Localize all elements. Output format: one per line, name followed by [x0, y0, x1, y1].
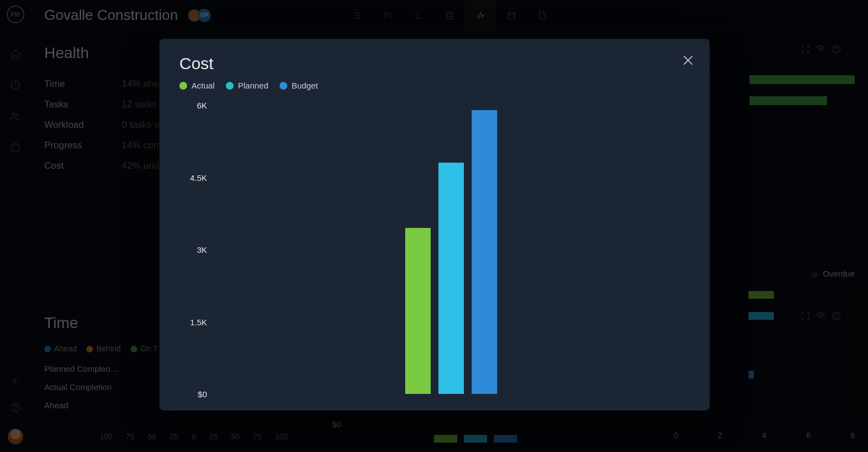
cost-chart: 6K 4.5K 3K 1.5K $0 — [179, 105, 690, 394]
legend-item: Budget — [280, 81, 318, 90]
modal-title: Cost — [179, 54, 690, 73]
legend-item: Planned — [226, 81, 268, 90]
plot-area — [213, 105, 690, 394]
cost-modal: Cost Actual Planned Budget 6K 4.5K 3K 1.… — [159, 39, 710, 411]
y-axis: 6K 4.5K 3K 1.5K $0 — [179, 105, 213, 394]
y-tick: 3K — [197, 245, 207, 254]
bar-group — [405, 110, 497, 394]
y-tick: 6K — [197, 101, 207, 110]
chart-bar[interactable] — [438, 163, 464, 394]
y-tick: 4.5K — [190, 173, 207, 182]
modal-legend: Actual Planned Budget — [179, 81, 690, 90]
close-icon[interactable] — [681, 53, 695, 67]
legend-item: Actual — [179, 81, 215, 90]
chart-bar[interactable] — [472, 110, 497, 394]
legend-swatch — [280, 82, 287, 90]
y-tick: 1.5K — [190, 317, 207, 326]
legend-swatch — [179, 82, 187, 90]
legend-swatch — [226, 82, 234, 90]
chart-bar[interactable] — [405, 228, 431, 394]
y-tick: $0 — [198, 389, 207, 399]
